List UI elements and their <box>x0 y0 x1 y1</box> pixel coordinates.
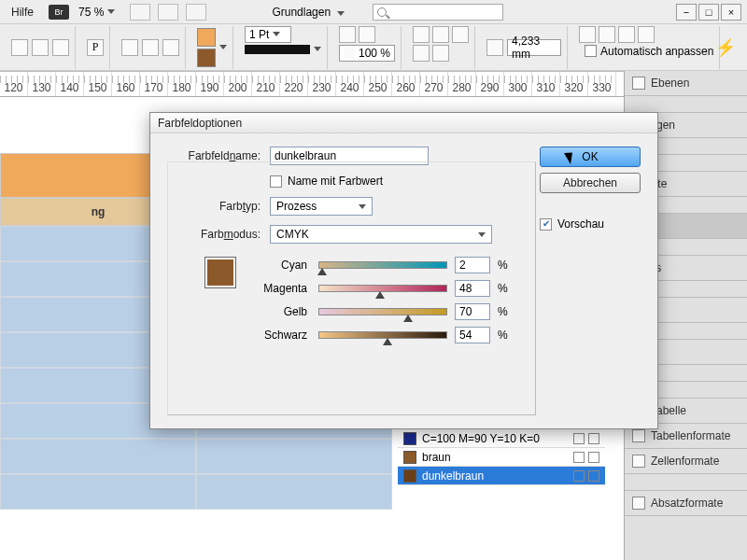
ruler-tick: 310 <box>532 72 560 96</box>
bridge-icon[interactable]: Br <box>49 5 69 20</box>
percent-label: % <box>498 305 511 318</box>
ruler-tick: 190 <box>196 72 224 96</box>
tool-icon[interactable] <box>32 39 49 56</box>
search-input[interactable] <box>373 4 503 21</box>
fitting-icon[interactable] <box>618 26 635 43</box>
chevron-down-icon <box>337 11 345 16</box>
text-wrap-icon[interactable] <box>413 26 430 43</box>
yellow-input[interactable] <box>455 303 490 320</box>
stroke-color-swatch[interactable] <box>197 49 216 67</box>
stroke-weight-select[interactable]: 1 Pt <box>245 26 291 43</box>
maximize-button[interactable]: □ <box>698 4 719 21</box>
black-label: Schwarz <box>247 329 311 342</box>
ruler-tick: 230 <box>308 72 336 96</box>
chevron-down-icon <box>107 9 115 14</box>
table-cell <box>0 439 196 474</box>
minimize-button[interactable]: − <box>676 4 697 21</box>
cyan-input[interactable] <box>455 257 490 273</box>
effects-icon[interactable] <box>339 26 356 43</box>
fitting-icon[interactable] <box>599 26 615 43</box>
swatch-row[interactable]: braun <box>398 448 605 467</box>
panel-cell-styles[interactable]: Zellenformate <box>625 449 747 474</box>
color-type-label: Farbtyp: <box>167 200 270 213</box>
opacity-select[interactable]: 100 % <box>339 45 395 62</box>
screen-mode-icon[interactable] <box>130 4 150 21</box>
effects-icon[interactable] <box>359 26 375 43</box>
menu-help[interactable]: Hilfe <box>6 4 39 21</box>
stroke-style-preview[interactable] <box>245 45 310 54</box>
dialog-title-bar[interactable]: Farbfeldoptionen <box>150 113 657 133</box>
ruler-tick: 170 <box>140 72 168 96</box>
text-wrap-icon[interactable] <box>413 45 430 62</box>
ruler-tick: 140 <box>56 72 84 96</box>
color-mode-select[interactable]: CMYK <box>270 225 492 244</box>
swatch-row[interactable]: C=100 M=90 Y=10 K=0 <box>398 429 605 448</box>
swatch-options-dialog: Farbfeldoptionen Farbfeldname: Name mit … <box>149 112 658 429</box>
panel-paragraph-styles[interactable]: Absatzformate <box>625 491 747 516</box>
spot-process-icon <box>573 470 585 482</box>
text-wrap-icon[interactable] <box>432 45 449 62</box>
tool-icon[interactable] <box>52 39 69 56</box>
color-mode-label: Farbmodus: <box>167 228 270 241</box>
cyan-label: Cyan <box>247 259 311 272</box>
magenta-label: Magenta <box>247 282 311 295</box>
ruler-tick: 210 <box>252 72 280 96</box>
swatch-label: C=100 M=90 Y=10 K=0 <box>422 432 540 445</box>
workspace-dropdown[interactable]: Grundlagen <box>272 6 345 19</box>
cyan-slider[interactable] <box>318 261 447 269</box>
arrange-icon[interactable] <box>158 4 178 21</box>
swatch-name-input[interactable] <box>270 147 429 165</box>
spot-process-icon <box>573 452 585 463</box>
ruler-tick: 290 <box>476 72 504 96</box>
ruler-tick: 180 <box>168 72 196 96</box>
color-mode-icon <box>588 470 599 482</box>
close-button[interactable]: × <box>721 4 741 21</box>
measure-input[interactable]: 4,233 mm <box>507 39 561 56</box>
opacity-icon <box>344 48 355 59</box>
fitting-icon[interactable] <box>579 26 596 43</box>
color-type-select[interactable]: Prozess <box>270 197 373 216</box>
table-styles-icon <box>632 429 645 442</box>
name-with-value-checkbox[interactable] <box>270 175 282 188</box>
fill-color-swatch[interactable] <box>197 28 216 47</box>
chevron-down-icon <box>478 232 486 237</box>
table-cell <box>196 439 392 474</box>
auto-fit-checkbox[interactable] <box>585 45 597 57</box>
chevron-down-icon[interactable] <box>314 47 321 51</box>
black-slider[interactable] <box>318 331 447 339</box>
zoom-dropdown[interactable]: 75 % <box>78 6 115 19</box>
ruler-tick: 200 <box>224 72 252 96</box>
black-input[interactable] <box>455 327 490 343</box>
tool-icon[interactable] <box>162 39 179 56</box>
layers-icon <box>632 77 645 90</box>
tool-icon[interactable] <box>142 39 159 56</box>
magenta-slider[interactable] <box>318 285 447 292</box>
view-mode-icons <box>130 4 206 21</box>
swatches-panel: C=100 M=90 Y=10 K=0 braun dunkelbraun <box>398 429 605 485</box>
panel-layers[interactable]: Ebenen <box>625 71 747 96</box>
view-options-icon[interactable] <box>186 4 206 21</box>
paragraph-styles-icon <box>632 497 645 510</box>
cancel-button[interactable]: Abbrechen <box>540 173 641 193</box>
color-preview-swatch <box>204 257 236 288</box>
cell-styles-icon <box>632 455 645 468</box>
magenta-input[interactable] <box>455 280 490 297</box>
yellow-label: Gelb <box>247 305 311 318</box>
fitting-icon[interactable] <box>638 26 655 43</box>
frame-fit-icon[interactable] <box>486 39 503 56</box>
text-wrap-icon[interactable] <box>452 26 469 43</box>
swatch-row-selected[interactable]: dunkelbraun <box>398 467 605 485</box>
swatch-label: dunkelbraun <box>422 469 484 483</box>
ruler-tick: 150 <box>84 72 112 96</box>
tool-icon[interactable] <box>121 39 138 56</box>
spot-process-icon <box>573 433 585 444</box>
chevron-down-icon[interactable] <box>219 45 227 49</box>
ok-button[interactable]: OK <box>540 147 641 167</box>
ruler-tick: 300 <box>504 72 532 96</box>
paragraph-style-icon[interactable]: P <box>87 39 104 56</box>
yellow-slider[interactable] <box>318 308 447 315</box>
text-wrap-icon[interactable] <box>432 26 449 43</box>
tool-icon[interactable] <box>11 39 28 56</box>
preview-checkbox[interactable]: ✔ <box>540 218 552 231</box>
lightning-icon[interactable]: ⚡ <box>715 37 736 58</box>
